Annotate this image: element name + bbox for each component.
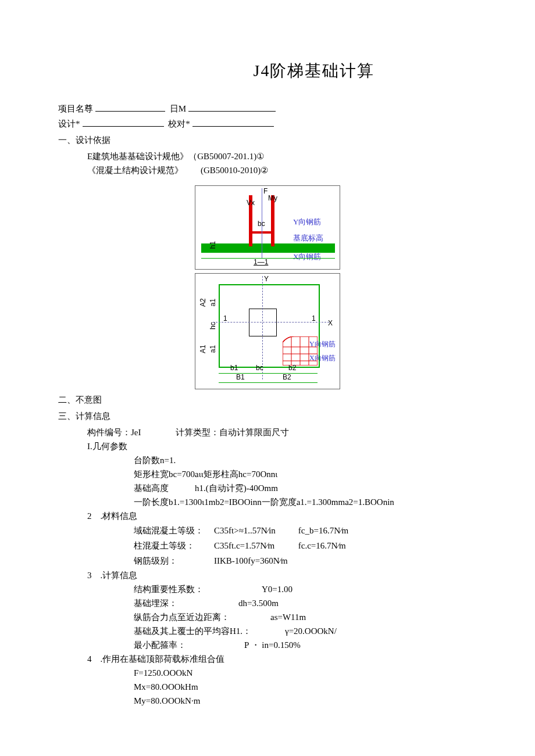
label-1-left: 1	[223, 313, 227, 324]
geo-row-1: 矩形柱宽bc=700aιι矩形柱高hc=70Onnι	[134, 467, 477, 481]
calc-0-val: Y0=1.00	[262, 585, 293, 594]
table-row: 钢筋级别： IIKB-100fy=360N∕m	[134, 553, 359, 568]
section-2-heading: 二、不意图	[58, 393, 477, 407]
foundation-diagram: F My Vx bc h1 Y向钢筋 基底标高 X向钢筋 1—1 Y X	[195, 185, 340, 389]
label-Vx: Vx	[247, 198, 255, 209]
label-y-rebar-2: Y向钢筋	[309, 339, 336, 350]
label-B2: B2	[283, 372, 291, 383]
label-A1: A1	[198, 345, 209, 353]
label-Y: Y	[264, 274, 269, 285]
project-blank	[95, 102, 165, 112]
date-label: 日M	[170, 104, 186, 113]
label-y-rebar: Y向钢筋	[293, 216, 321, 228]
section-1-heading: 一、设计依据	[58, 133, 477, 147]
geo-row-3: 一阶长度b1.=1300ι1mb2=IBOOinn一阶宽度a1.=1.300mm…	[134, 495, 477, 509]
diagram-section-view: F My Vx bc h1 Y向钢筋 基底标高 X向钢筋 1—1	[195, 185, 340, 270]
calc-3-val: γ=20.OOOkN/	[285, 626, 337, 636]
project-line: 项目名尊 日M	[58, 102, 477, 116]
design-blank	[83, 117, 164, 127]
label-bc: bc	[258, 218, 265, 230]
label-x-rebar-2: X向钢筋	[309, 353, 336, 364]
mat-1-c1: 柱混凝土等级：	[134, 538, 214, 553]
calc-1-val: dh=3.500m	[238, 599, 279, 608]
material-table: 域础混凝土等级： C35ft>≈1..57N∕in fc_b=16.7N∕m 柱…	[134, 523, 359, 568]
mat-2-c2: IIKB-100fy=360N∕m	[214, 553, 298, 568]
label-h1: h1	[208, 241, 219, 249]
date-blank	[188, 102, 276, 112]
geo-title: I.几何参数	[87, 439, 477, 453]
load-row-0: F=1250.OOOkN	[134, 666, 477, 680]
load-title: 4 .作用在基础顶部荷载标准组合值	[87, 652, 477, 666]
mat-1-c3: fc.c=16.7N∕m	[298, 538, 359, 553]
mat-0-c1: 域础混凝土等级：	[134, 523, 214, 538]
calc-0-lbl: 结构重要性系数：	[134, 582, 262, 596]
label-My: My	[268, 193, 277, 204]
calc-2-val: as=W11m	[270, 612, 306, 622]
project-label: 项目名尊	[58, 104, 93, 113]
label-hc: hc	[208, 322, 219, 329]
section-3-heading: 三、计算信息	[58, 409, 477, 423]
load-row-2: My=80.OOOkN·m	[134, 694, 477, 708]
mat-1-c2: C35ft.c=1.57N∕m	[214, 538, 298, 553]
page-title: J4阶梯基础计算	[58, 58, 477, 84]
mat-2-c3	[298, 553, 359, 568]
label-A2: A2	[198, 298, 209, 307]
table-row: 域础混凝土等级： C35ft>≈1..57N∕in fc_b=16.7N∕m	[134, 523, 359, 538]
label-a1-top: a1	[208, 299, 219, 306]
mat-2-c1: 钢筋级别：	[134, 553, 214, 568]
designer-line: 设计* 校对*	[58, 117, 477, 131]
label-F: F	[263, 186, 268, 197]
check-blank	[192, 117, 274, 127]
calc-4-lbl: 最小配箍率：	[134, 638, 244, 652]
label-X: X	[328, 318, 333, 329]
calc-row-2: 纵筋合力点至近边距离：as=W11m	[134, 610, 477, 624]
label-a1-bot: a1	[208, 345, 219, 353]
label-1-right: 1	[312, 313, 316, 324]
design-label: 设计*	[58, 119, 80, 128]
label-base-elev: 基底标高	[293, 232, 323, 245]
label-B1: B1	[236, 372, 245, 383]
basis-line-2: 《混凝土结构设计规范》 (GB50010-2010)②	[87, 163, 477, 177]
calc-row-0: 结构重要性系数：Y0=1.00	[134, 582, 477, 596]
component-line: 构件编号：JeI 计算类型：自动计算限面尺寸	[87, 425, 477, 439]
geo-row-0: 台阶数n=1.	[134, 453, 477, 467]
label-x-rebar: X向钢筋	[293, 251, 321, 263]
calc-title: 3 .计算信息	[87, 568, 477, 582]
calc-2-lbl: 纵筋合力点至近边距离：	[134, 610, 270, 624]
calc-row-4: 最小配箍率：P ・ in=0.150%	[134, 638, 477, 652]
calc-row-3: 基础及其上覆士的平均容H1.：γ=20.OOOkN/	[134, 624, 477, 638]
check-label: 校对*	[168, 119, 190, 128]
label-bc2: bc	[256, 363, 263, 374]
document-page: J4阶梯基础计算 项目名尊 日M 设计* 校对* 一、设计依据 E建筑地基基础设…	[0, 0, 535, 756]
calc-4-val: P ・ in=0.150%	[244, 640, 301, 650]
calc-1-lbl: 基础埋深：	[134, 596, 238, 610]
mat-title: 2 .材料信息	[87, 509, 477, 523]
geo-row-2: 基础高度 h1.(自动计霓)-40Omm	[134, 481, 477, 495]
calc-3-lbl: 基础及其上覆士的平均容H1.：	[134, 624, 285, 638]
calc-row-1: 基础埋深：dh=3.500m	[134, 596, 477, 610]
table-row: 柱混凝土等级： C35ft.c=1.57N∕m fc.c=16.7N∕m	[134, 538, 359, 553]
mat-0-c2: C35ft>≈1..57N∕in	[214, 523, 298, 538]
mat-0-c3: fc_b=16.7N∕m	[298, 523, 359, 538]
basis-line-1: E建筑地基基础设计规他》（GB50007-201.1)①	[87, 149, 477, 163]
load-row-1: Mx=80.OOOkHm	[134, 680, 477, 694]
diagram-plan-view: Y X Y向钢筋 X向钢筋 A2 A1 a1 hc a1 1 1 b1	[195, 273, 340, 389]
